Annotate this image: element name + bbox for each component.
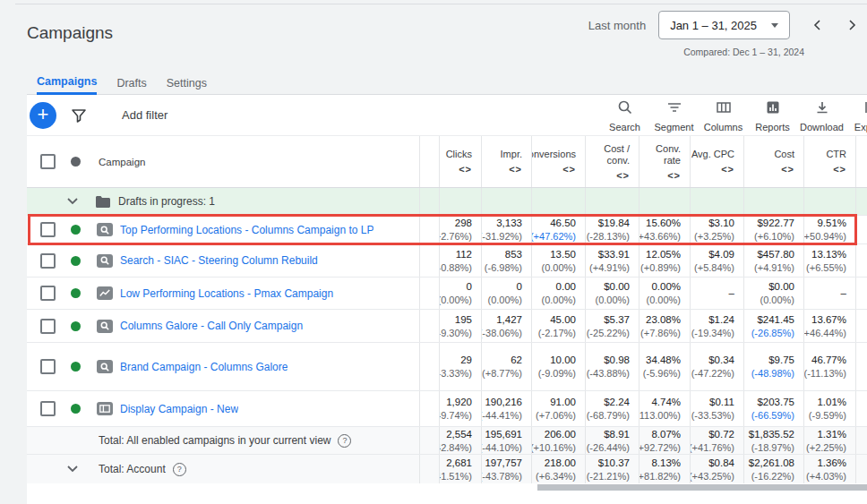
campaign-name-link[interactable]: Display Campaign - New [120, 403, 238, 415]
column-header-clicks[interactable]: Clicks<> [439, 136, 481, 187]
row-checkbox[interactable] [40, 359, 56, 374]
metric-cell: 46.77%(-11.13%) [803, 343, 855, 390]
folder-icon [96, 196, 110, 208]
download-button[interactable]: Download [797, 95, 846, 136]
column-label: Conv. rate [640, 143, 681, 167]
campaign-row: Columns Galore - Call Only Campaign195(-… [27, 310, 867, 343]
metric-value: 218.00 [545, 457, 576, 470]
filter-icon[interactable] [71, 107, 87, 124]
column-header-conv-rate[interactable]: Conv. rate<> [639, 136, 690, 187]
metric-value: $19.84 [598, 217, 630, 230]
metric-cell: $0.84(+43.25%) [690, 455, 743, 483]
metric-cell: 0(0.00%) [439, 278, 481, 309]
comparison-delta: (-44.10%) [481, 441, 522, 454]
horizontal-scrollbar-thumb[interactable] [537, 484, 867, 491]
date-range-selector[interactable]: Jan 1 – 31, 2025 [658, 11, 790, 39]
row-checkbox[interactable] [40, 286, 56, 301]
spacer-column-cell [419, 188, 439, 215]
search-button[interactable]: Search [600, 95, 649, 136]
metric-cell: 0(0.00%) [481, 278, 531, 309]
row-checkbox[interactable] [40, 319, 56, 334]
metric-value: 195,691 [485, 428, 522, 441]
search-icon [617, 99, 633, 119]
column-header-impr[interactable]: Impr.<> [481, 136, 531, 187]
comparison-delta: (-33.53%) [691, 409, 734, 422]
next-period-button[interactable] [846, 19, 858, 31]
row-checkbox[interactable] [40, 222, 56, 237]
metric-cell: $19.84(-28.13%) [585, 216, 639, 243]
metric-value: 0.00 [556, 280, 576, 294]
select-all-checkbox[interactable] [40, 154, 56, 169]
metric-cell: 206.00(+10.16%) [531, 427, 585, 454]
tab-settings[interactable]: Settings [167, 71, 207, 95]
action-label: Download [800, 122, 844, 132]
expand-total-chevron-icon[interactable] [67, 466, 78, 473]
metric-cell: 8.07%(+92.72%) [639, 427, 690, 454]
metric-cell: 34.48%(-5.96%) [639, 343, 690, 390]
expand-button[interactable]: Expand [846, 95, 867, 136]
metric-value: 0 [517, 280, 522, 294]
empty-cell [743, 188, 803, 215]
metric-cell: 1.36%(+4.03%) [803, 455, 855, 483]
status-filter-dot[interactable] [71, 157, 81, 167]
compare-columns-icon: <> [667, 170, 681, 181]
comparison-delta: (+113.00%) [639, 409, 681, 422]
top-divider [15, 4, 867, 4]
row-checkbox[interactable] [40, 401, 56, 416]
collapse-drafts-chevron-icon[interactable] [67, 198, 78, 205]
comparison-delta: (-31.92%) [481, 230, 522, 243]
metric-cell: 12.05%(+0.89%) [639, 244, 690, 277]
metric-cell: 4.74%(+113.00%) [639, 391, 690, 426]
column-header-cost-conv[interactable]: Cost / conv.<> [585, 136, 639, 187]
comparison-delta: (-47.22%) [691, 367, 734, 380]
campaign-name-cell: Search - SIAC - Steering Column Rebuild [27, 244, 419, 277]
comparison-delta: (+43.66%) [639, 230, 681, 243]
campaign-name-link[interactable]: Brand Campaign - Columns Galore [120, 361, 288, 373]
metric-cell: $1.24(-19.34%) [690, 310, 743, 342]
metric-cell: 62(+8.77%) [481, 343, 531, 390]
comparison-delta: (-2.17%) [538, 327, 576, 339]
campaign-name-link[interactable]: Search - SIAC - Steering Column Rebuild [120, 254, 318, 267]
campaign-name-link[interactable]: Low Performing Locations - Pmax Campaign [120, 287, 333, 300]
metric-cell: 15.60%(+43.66%) [639, 216, 690, 243]
metric-cell: $0.00(0.00%) [585, 278, 639, 309]
column-header-cost[interactable]: Cost<> [743, 136, 803, 187]
previous-period-button[interactable] [811, 19, 824, 31]
metric-cell: $0.00(0.00%) [743, 278, 803, 309]
columns-button[interactable]: Columns [699, 95, 748, 136]
metric-value: $457.80 [757, 248, 794, 261]
campaign-name-cell: Low Performing Locations - Pmax Campaign [27, 278, 419, 309]
metric-cell: 1.01%(-9.59%) [803, 391, 855, 426]
comparison-delta: (-44.41%) [481, 409, 522, 422]
metric-cell: 197,757(-43.78%) [481, 455, 531, 483]
campaign-row: Search - SIAC - Steering Column Rebuild1… [27, 244, 867, 278]
help-icon[interactable]: ? [173, 463, 186, 476]
help-icon[interactable]: ? [338, 434, 351, 448]
metric-cell: 112(-0.88%) [439, 244, 481, 277]
column-header-conversions[interactable]: Conversions<> [531, 136, 585, 187]
spacer-column-cell [419, 216, 439, 243]
metric-value: 12.05% [646, 248, 681, 261]
reports-button[interactable]: Reports [748, 95, 797, 136]
campaign-column-label[interactable]: Campaign [99, 157, 145, 167]
campaign-name-link[interactable]: Top Performing Locations - Columns Campa… [120, 224, 373, 236]
add-filter-button[interactable]: Add filter [122, 95, 167, 135]
campaign-name-link[interactable]: Columns Galore - Call Only Campaign [120, 320, 303, 332]
metric-cell: $10.37(-21.21%) [585, 455, 639, 483]
action-label: Segment [654, 122, 693, 132]
spacer-column-cell [419, 343, 439, 390]
segment-button[interactable]: Segment [649, 95, 699, 136]
tab-campaigns[interactable]: Campaigns [37, 71, 97, 95]
new-campaign-button[interactable]: + [30, 102, 56, 129]
comparison-delta: (-38.06%) [481, 327, 522, 339]
metric-cell: 853(-6.98%) [481, 244, 531, 277]
date-preset-label: Last month [588, 19, 646, 32]
column-header-ctr[interactable]: CTR<> [803, 136, 855, 187]
comparison-delta: (-41.51%) [439, 470, 472, 483]
column-header-avg-cpc[interactable]: Avg. CPC<> [690, 136, 743, 187]
comparison-delta: (0.00%) [760, 294, 794, 306]
metric-value: 8.07% [651, 428, 681, 441]
comparison-delta: (-16.22%) [751, 470, 794, 483]
row-checkbox[interactable] [40, 253, 56, 269]
tab-drafts[interactable]: Drafts [116, 71, 146, 95]
